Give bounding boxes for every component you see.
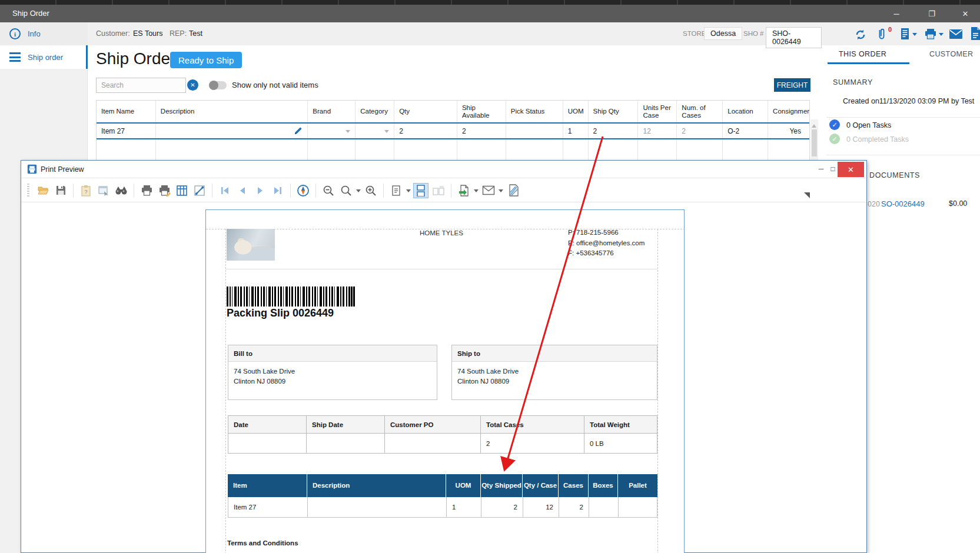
print-preview-titlebar[interactable] xyxy=(21,161,866,178)
document-number-link[interactable]: SO-0026449 xyxy=(881,199,925,208)
scale-icon[interactable] xyxy=(174,183,190,198)
zoom-in-icon[interactable] xyxy=(363,183,378,198)
zoom-icon[interactable] xyxy=(338,183,354,198)
first-page-icon[interactable] xyxy=(217,183,232,198)
edit-pencil-icon[interactable] xyxy=(294,126,303,135)
receipt-dropdown-caret[interactable] xyxy=(912,33,917,38)
cell-brand[interactable] xyxy=(308,124,356,138)
continuous-view-icon[interactable] xyxy=(413,183,428,198)
col-location[interactable]: Location xyxy=(723,101,768,122)
search-input[interactable] xyxy=(96,78,186,93)
scrollbar-thumb[interactable] xyxy=(812,129,817,156)
completed-tasks-label[interactable]: 0 Completed Tasks xyxy=(846,135,909,144)
page-view-icon[interactable] xyxy=(388,183,404,198)
brand-dropdown-caret[interactable] xyxy=(346,130,350,135)
valid-items-toggle[interactable] xyxy=(210,81,227,89)
doc-info-table: Date Ship Date Customer PO Total Cases T… xyxy=(228,415,657,454)
table-row[interactable]: Item 27 2 2 1 2 12 2 O-2 Yes xyxy=(97,124,809,139)
open-tasks-label[interactable]: 0 Open Tasks xyxy=(846,121,891,129)
export-icon[interactable] xyxy=(456,183,471,198)
scroll-up-icon[interactable] xyxy=(812,122,816,128)
col-ship-available[interactable]: Ship Available xyxy=(457,101,506,122)
col-brand[interactable]: Brand xyxy=(308,101,356,122)
cell-uom[interactable]: 1 xyxy=(563,124,589,138)
print-preview-title: Print Preview xyxy=(41,165,84,174)
close-icon[interactable]: ✕ xyxy=(952,5,979,22)
watermark-icon[interactable] xyxy=(506,183,521,198)
freight-button[interactable]: FREIGHT xyxy=(774,78,810,92)
col-num-of-cases[interactable]: Num. of Cases xyxy=(677,101,723,122)
store-value[interactable]: Odessa xyxy=(704,27,742,40)
mail-icon[interactable] xyxy=(949,29,963,39)
col-qty[interactable]: Qty xyxy=(394,101,457,122)
col-consignment[interactable]: Consignment xyxy=(768,101,809,122)
document-icon[interactable] xyxy=(970,26,980,41)
save-icon[interactable] xyxy=(53,183,68,198)
next-page-icon[interactable] xyxy=(253,183,268,198)
doc-slip-title: Packing Slip 0026449 xyxy=(227,307,334,319)
col-pick-status[interactable]: Pick Status xyxy=(506,101,563,122)
cell-units-per-case[interactable]: 12 xyxy=(638,124,677,138)
doc-boxes-value xyxy=(589,497,618,518)
restore-icon[interactable]: ❐ xyxy=(918,5,945,22)
page-view-dropdown-caret[interactable] xyxy=(406,189,411,195)
col-ship-qty[interactable]: Ship Qty xyxy=(589,101,639,122)
quick-print-icon[interactable] xyxy=(157,183,172,198)
sidebar-item-info[interactable]: i Info xyxy=(0,22,88,45)
preview-minimize-icon[interactable]: ─ xyxy=(815,163,828,175)
col-category[interactable]: Category xyxy=(356,101,394,122)
col-uom[interactable]: UOM xyxy=(563,101,589,122)
cell-num-of-cases[interactable]: 2 xyxy=(677,124,723,138)
printer-icon[interactable] xyxy=(924,28,944,40)
col-item-name[interactable]: Item Name xyxy=(97,101,156,122)
page-setup-icon[interactable]: ? xyxy=(78,183,94,198)
email-icon[interactable] xyxy=(481,183,496,198)
refresh-icon[interactable] xyxy=(854,28,867,41)
cell-description[interactable] xyxy=(156,124,308,138)
find-icon[interactable] xyxy=(114,183,129,198)
toolbar-grip[interactable] xyxy=(27,184,29,198)
table-header-row: Item Name Description Brand Category Qty… xyxy=(97,101,809,124)
header-footer-icon[interactable] xyxy=(96,183,111,198)
cell-item-name[interactable]: Item 27 xyxy=(97,124,156,138)
zoom-out-icon[interactable] xyxy=(321,183,336,198)
minimize-icon[interactable]: ─ xyxy=(883,5,910,22)
prev-page-icon[interactable] xyxy=(235,183,250,198)
cell-consignment[interactable]: Yes xyxy=(768,124,809,138)
cell-qty[interactable]: 2 xyxy=(394,124,457,138)
open-icon[interactable] xyxy=(35,183,51,198)
created-line: Created on11/13/2020 03:09 PM by Test xyxy=(843,97,974,105)
doc-customer-po-value xyxy=(385,434,481,453)
doc-company-name: HOME TYLES xyxy=(383,229,500,236)
sidebar-item-ship-order[interactable]: Ship order xyxy=(0,45,88,69)
tab-this-order[interactable]: THIS ORDER xyxy=(839,50,886,58)
print-icon[interactable] xyxy=(139,183,154,198)
receipt-icon[interactable] xyxy=(899,28,917,41)
last-page-icon[interactable] xyxy=(270,183,285,198)
facing-view-icon[interactable] xyxy=(431,183,446,198)
paperclip-icon[interactable] xyxy=(876,27,888,41)
cell-ship-qty[interactable]: 2 xyxy=(589,124,639,138)
fit-page-icon[interactable] xyxy=(192,183,207,198)
cell-pick-status[interactable] xyxy=(506,124,563,138)
category-dropdown-caret[interactable] xyxy=(384,130,389,135)
bill-to-line2: Clinton NJ 08809 xyxy=(234,377,431,387)
cell-ship-available[interactable]: 2 xyxy=(457,124,506,138)
hand-tool-icon[interactable] xyxy=(295,183,311,198)
list-icon xyxy=(9,52,21,62)
window-title: Ship Order xyxy=(12,9,49,18)
clear-search-icon[interactable]: ✕ xyxy=(187,79,198,91)
sho-number-field[interactable]: SHO-0026449 xyxy=(766,27,822,48)
preview-close-icon[interactable]: ✕ xyxy=(838,162,864,177)
cell-location[interactable]: O-2 xyxy=(723,124,768,138)
cell-category[interactable] xyxy=(356,124,394,138)
export-dropdown-caret[interactable] xyxy=(474,189,479,195)
col-units-per-case[interactable]: Units Per Case xyxy=(638,101,677,122)
summary-title: SUMMARY xyxy=(833,78,873,86)
tab-customer[interactable]: CUSTOMER xyxy=(929,50,974,58)
doc-email: E: office@hometyles.com xyxy=(568,238,645,249)
email-dropdown-caret[interactable] xyxy=(499,189,503,195)
zoom-dropdown-caret[interactable] xyxy=(356,189,361,195)
col-description[interactable]: Description xyxy=(156,101,308,122)
printer-dropdown-caret[interactable] xyxy=(939,33,944,38)
